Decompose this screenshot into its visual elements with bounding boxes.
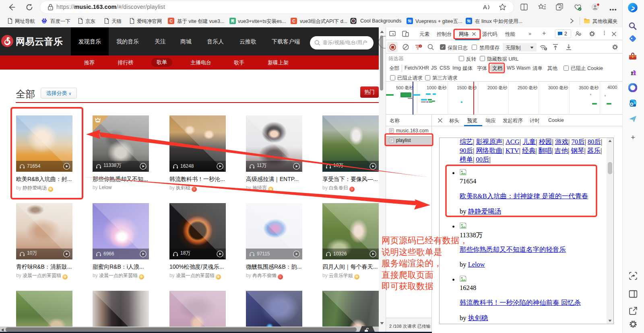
svg-text:du: du (43, 21, 45, 23)
svg-text:A: A (483, 4, 487, 10)
